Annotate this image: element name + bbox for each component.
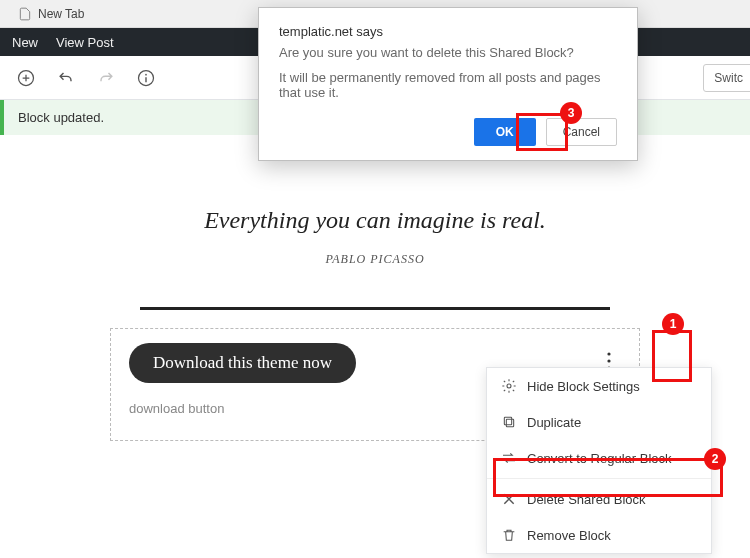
dialog-message-2: It will be permanently removed from all … — [279, 70, 617, 100]
toolbar-left-group — [8, 60, 164, 96]
menubar-item-new[interactable]: New — [12, 35, 38, 50]
quote-citation[interactable]: PABLO PICASSO — [110, 252, 640, 267]
browser-tab-title: New Tab — [38, 7, 84, 21]
dialog-ok-button[interactable]: OK — [474, 118, 536, 146]
swap-icon — [501, 450, 517, 466]
undo-icon — [56, 68, 76, 88]
svg-point-3 — [607, 352, 610, 355]
gear-icon — [501, 378, 517, 394]
close-icon — [501, 491, 517, 507]
svg-rect-8 — [504, 417, 511, 424]
dialog-message-1: Are you sure you want to delete this Sha… — [279, 45, 617, 60]
menu-label: Convert to Regular Block — [527, 451, 672, 466]
download-theme-button[interactable]: Download this theme now — [129, 343, 356, 383]
menu-separator — [487, 478, 711, 479]
menu-convert-regular[interactable]: Convert to Regular Block — [487, 440, 711, 476]
svg-rect-7 — [506, 419, 513, 426]
separator-block[interactable] — [140, 307, 610, 310]
confirm-dialog: templatic.net says Are you sure you want… — [258, 7, 638, 161]
menu-label: Remove Block — [527, 528, 611, 543]
menubar-item-view-post[interactable]: View Post — [56, 35, 114, 50]
quote-text[interactable]: Everything you can imagine is real. — [110, 207, 640, 234]
menu-label: Delete Shared Block — [527, 492, 646, 507]
block-options-menu: Hide Block Settings Duplicate Convert to… — [486, 367, 712, 554]
notice-text: Block updated. — [18, 110, 104, 125]
info-button[interactable] — [128, 60, 164, 96]
redo-icon — [96, 68, 116, 88]
dialog-actions: OK Cancel — [279, 118, 617, 146]
menu-delete-shared-block[interactable]: Delete Shared Block — [487, 481, 711, 517]
dialog-title: templatic.net says — [279, 24, 617, 39]
menu-duplicate[interactable]: Duplicate — [487, 404, 711, 440]
svg-point-2 — [145, 73, 147, 75]
browser-tab[interactable]: New Tab — [8, 3, 94, 25]
page-icon — [18, 7, 32, 21]
svg-point-4 — [607, 359, 610, 362]
switch-editor-button[interactable]: Switc — [703, 64, 750, 92]
dialog-cancel-button[interactable]: Cancel — [546, 118, 617, 146]
redo-button[interactable] — [88, 60, 124, 96]
undo-button[interactable] — [48, 60, 84, 96]
info-icon — [136, 68, 156, 88]
menu-label: Duplicate — [527, 415, 581, 430]
trash-icon — [501, 527, 517, 543]
svg-point-6 — [507, 384, 511, 388]
copy-icon — [501, 414, 517, 430]
menu-label: Hide Block Settings — [527, 379, 640, 394]
menu-hide-block-settings[interactable]: Hide Block Settings — [487, 368, 711, 404]
plus-circle-icon — [16, 68, 36, 88]
add-block-button[interactable] — [8, 60, 44, 96]
menu-remove-block[interactable]: Remove Block — [487, 517, 711, 553]
